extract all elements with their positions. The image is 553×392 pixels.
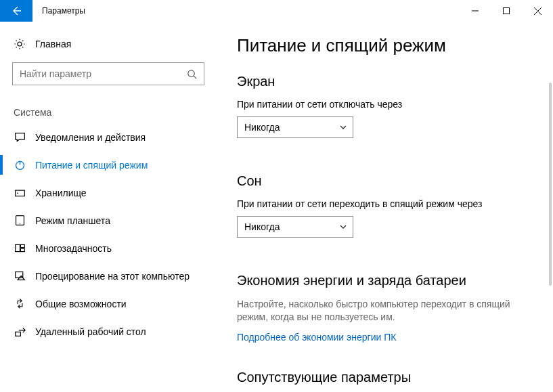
sidebar-item-label: Уведомления и действия bbox=[35, 132, 146, 143]
sidebar-item-label: Многозадачность bbox=[35, 243, 112, 254]
dropdown-value: Никогда bbox=[244, 221, 280, 232]
window-controls bbox=[460, 0, 553, 22]
search-input[interactable] bbox=[20, 68, 187, 79]
category-label: Система bbox=[0, 85, 217, 123]
back-button[interactable] bbox=[0, 0, 32, 22]
search-icon bbox=[187, 69, 197, 79]
svg-rect-7 bbox=[15, 244, 20, 251]
svg-rect-8 bbox=[20, 244, 24, 247]
screen-heading: Экран bbox=[237, 74, 533, 89]
energy-heading: Экономия энергии и заряда батареи bbox=[237, 273, 533, 288]
remote-icon bbox=[14, 326, 26, 337]
svg-point-6 bbox=[19, 223, 20, 223]
chevron-down-icon bbox=[339, 223, 347, 231]
main-panel: Питание и спящий режим Экран При питании… bbox=[217, 22, 553, 392]
svg-point-4 bbox=[17, 193, 18, 194]
sleep-heading: Сон bbox=[237, 173, 533, 189]
maximize-icon bbox=[503, 7, 510, 14]
screen-off-dropdown[interactable]: Никогда bbox=[237, 116, 353, 138]
sidebar-item-notifications[interactable]: Уведомления и действия bbox=[0, 123, 217, 151]
svg-rect-9 bbox=[20, 248, 24, 251]
sidebar-item-tablet-mode[interactable]: Режим планшета bbox=[0, 206, 217, 234]
message-icon bbox=[14, 131, 26, 143]
storage-icon bbox=[14, 187, 26, 198]
scrollbar[interactable] bbox=[549, 83, 552, 286]
sidebar-item-label: Общие возможности bbox=[35, 299, 127, 309]
sidebar: Главная Система Уведомления и действия П… bbox=[0, 22, 217, 392]
titlebar: Параметры bbox=[0, 0, 553, 22]
tablet-icon bbox=[14, 215, 26, 226]
sidebar-item-power-sleep[interactable]: Питание и спящий режим bbox=[0, 151, 217, 179]
sidebar-item-multitasking[interactable]: Многозадачность bbox=[0, 234, 217, 262]
related-heading: Сопутствующие параметры bbox=[237, 370, 533, 385]
page-title: Питание и спящий режим bbox=[237, 35, 533, 56]
svg-rect-3 bbox=[15, 190, 24, 196]
arrow-left-icon bbox=[11, 5, 22, 16]
gear-icon bbox=[14, 38, 26, 50]
sidebar-item-label: Хранилище bbox=[35, 188, 87, 198]
power-icon bbox=[14, 159, 26, 171]
energy-description: Настройте, насколько быстро компьютер пе… bbox=[237, 298, 533, 324]
multitask-icon bbox=[14, 242, 26, 254]
sidebar-item-projecting[interactable]: Проецирование на этот компьютер bbox=[0, 262, 217, 290]
svg-rect-11 bbox=[15, 332, 20, 336]
maximize-button[interactable] bbox=[491, 0, 522, 22]
sidebar-item-label: Проецирование на этот компьютер bbox=[35, 271, 190, 282]
window-title: Параметры bbox=[32, 0, 85, 22]
home-link[interactable]: Главная bbox=[0, 34, 217, 58]
sleep-label: При питании от сети переходить в спящий … bbox=[237, 198, 533, 209]
sidebar-item-label: Режим планшета bbox=[35, 215, 110, 226]
screen-off-label: При питании от сети отключать через bbox=[237, 99, 533, 110]
sleep-dropdown[interactable]: Никогда bbox=[237, 216, 353, 238]
close-icon bbox=[534, 7, 541, 15]
close-button[interactable] bbox=[522, 0, 553, 22]
sidebar-item-storage[interactable]: Хранилище bbox=[0, 179, 217, 206]
chevron-down-icon bbox=[339, 123, 347, 131]
project-icon bbox=[14, 270, 26, 282]
energy-learn-more-link[interactable]: Подробнее об экономии энергии ПК bbox=[237, 332, 396, 343]
share-icon bbox=[14, 298, 26, 309]
minimize-button[interactable] bbox=[460, 0, 491, 22]
minimize-icon bbox=[472, 7, 479, 14]
home-label: Главная bbox=[35, 39, 71, 49]
search-box[interactable] bbox=[12, 62, 204, 85]
sidebar-item-label: Удаленный рабочий стол bbox=[35, 326, 146, 337]
svg-point-1 bbox=[188, 70, 194, 76]
sidebar-item-shared-experiences[interactable]: Общие возможности bbox=[0, 290, 217, 318]
sidebar-item-remote-desktop[interactable]: Удаленный рабочий стол bbox=[0, 318, 217, 345]
svg-rect-0 bbox=[504, 8, 510, 14]
content-area: Главная Система Уведомления и действия П… bbox=[0, 22, 553, 392]
dropdown-value: Никогда bbox=[244, 122, 280, 133]
sidebar-item-label: Питание и спящий режим bbox=[35, 160, 148, 171]
